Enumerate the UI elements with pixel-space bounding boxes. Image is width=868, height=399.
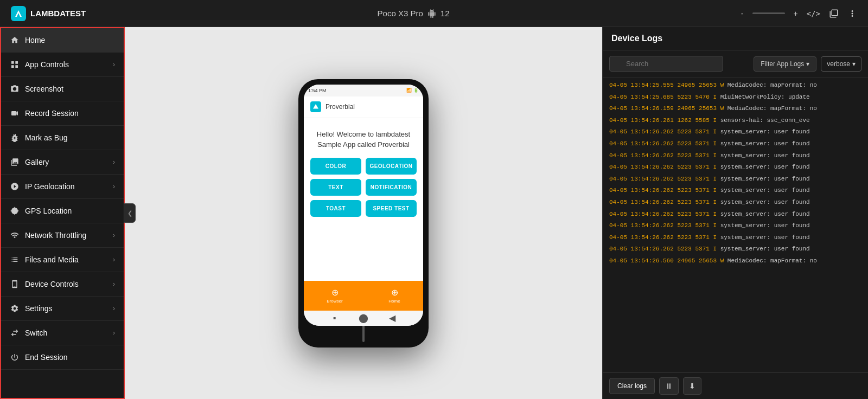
log-message: MediaCodec: mapFormat: no — [724, 258, 817, 264]
sidebar-item-left-switch: Switch — [10, 328, 47, 338]
logs-footer: Clear logs ⏸ ⬇ — [603, 372, 868, 399]
nav-square-button[interactable]: ▪ — [330, 314, 339, 323]
log-timestamp: 04-05 13:54:25.685 5223 5470 I — [609, 94, 717, 100]
log-timestamp: 04-05 13:54:26.262 5223 5371 I — [609, 211, 717, 217]
log-entry: 04-05 13:54:25.555 24965 25653 W MediaCo… — [603, 80, 868, 92]
phone-tab-browser[interactable]: ⊕Browser — [327, 287, 342, 304]
phone-cable — [362, 326, 365, 342]
device-name: Poco X3 Pro — [378, 9, 423, 18]
record-icon — [10, 108, 20, 118]
sidebar-label-settings: Settings — [25, 304, 53, 313]
sidebar-item-device-controls[interactable]: Device Controls › — [1, 272, 124, 297]
sidebar-item-screenshot[interactable]: Screenshot — [1, 77, 124, 101]
screenshot-button[interactable] — [829, 9, 839, 18]
filter-chevron-icon: ▾ — [806, 60, 809, 68]
phone-time: 1:54 PM — [308, 88, 327, 93]
sidebar-item-ip-geolocation[interactable]: IP Geolocation › — [1, 175, 124, 199]
sidebar-item-settings[interactable]: Settings › — [1, 297, 124, 321]
sidebar-item-app-controls[interactable]: App Controls › — [1, 53, 124, 77]
phone-button-toast[interactable]: TOAST — [310, 200, 361, 217]
phone-button-notification[interactable]: NOTIFICATION — [366, 179, 417, 196]
filter-label: Filter App Logs — [761, 60, 804, 68]
pause-logs-button[interactable]: ⏸ — [659, 377, 679, 395]
log-message: MediaCodec: mapFormat: no — [724, 82, 817, 88]
sidebar-collapse-button[interactable]: ❮ — [124, 203, 136, 223]
log-entry: 04-05 13:54:26.262 5223 5371 I system_se… — [603, 138, 868, 150]
clear-logs-button[interactable]: Clear logs — [609, 378, 655, 394]
log-entry: 04-05 13:54:26.262 5223 5371 I system_se… — [603, 162, 868, 173]
phone-button-text[interactable]: TEXT — [310, 179, 361, 196]
logs-content: 04-05 13:54:25.555 24965 25653 W MediaCo… — [603, 78, 868, 372]
sidebar-item-gps-location[interactable]: GPS Location — [1, 199, 124, 223]
sidebar-item-network-throttling[interactable]: Network Throttling › — [1, 223, 124, 248]
logs-title: Device Logs — [603, 27, 868, 50]
phone-button-color[interactable]: COLOR — [310, 158, 361, 175]
zoom-minus-button[interactable]: - — [741, 9, 744, 18]
log-message: system_server: user found — [717, 140, 810, 147]
log-entry: 04-05 13:54:26.159 24965 25653 W MediaCo… — [603, 103, 868, 115]
sidebar-item-end-session[interactable]: End Session — [1, 345, 124, 370]
log-timestamp: 04-05 13:54:26.262 5223 5371 I — [609, 140, 717, 147]
download-logs-button[interactable]: ⬇ — [683, 377, 701, 395]
device-area: 1:54 PM 📶🔋 Proverbial — [125, 27, 602, 399]
log-entry: 04-05 13:54:26.262 5223 5371 I system_se… — [603, 126, 868, 138]
logs-search-input[interactable] — [609, 56, 723, 72]
android-icon — [427, 9, 436, 18]
screenshot-topbar-icon — [829, 9, 839, 18]
sidebar-item-record-session[interactable]: Record Session — [1, 101, 124, 126]
settings-icon — [10, 304, 20, 313]
phone-button-speed test[interactable]: SPEED TEST — [366, 200, 417, 217]
log-message: system_server: user found — [717, 187, 810, 194]
phone-buttons-grid: COLORGEOLOCATIONTEXTNOTIFICATIONTOASTSPE… — [310, 158, 417, 217]
log-entry: 04-05 13:54:26.262 5223 5371 I system_se… — [603, 197, 868, 209]
pause-icon: ⏸ — [665, 382, 673, 390]
bug-icon — [10, 133, 20, 143]
sidebar-label-app-controls: App Controls — [25, 60, 69, 69]
log-timestamp: 04-05 13:54:26.560 24965 25653 W — [609, 258, 724, 264]
filter-app-logs-button[interactable]: Filter App Logs ▾ — [754, 56, 816, 72]
sidebar-item-left-settings: Settings — [10, 304, 53, 313]
verbose-button[interactable]: verbose ▾ — [821, 56, 861, 72]
sidebar-item-gallery[interactable]: Gallery › — [1, 150, 124, 175]
sidebar-arrow-app-controls: › — [113, 61, 115, 68]
phone-screen[interactable]: 1:54 PM 📶🔋 Proverbial — [304, 85, 423, 326]
sidebar-item-mark-as-bug[interactable]: Mark as Bug — [1, 126, 124, 150]
log-timestamp: 04-05 13:54:26.262 5223 5371 I — [609, 246, 717, 252]
code-button[interactable]: </> — [807, 9, 820, 18]
sidebar-label-end-session: End Session — [25, 353, 68, 362]
logs-panel: Device Logs 🔍 Filter App Logs ▾ verbose … — [602, 27, 868, 399]
sidebar-item-left-network-throttling: Network Throttling — [10, 230, 86, 240]
sidebar-label-screenshot: Screenshot — [25, 85, 63, 93]
phone-nav-bar: ▪ ⬤ ◀ — [304, 311, 423, 326]
home-icon — [10, 35, 20, 45]
phone-button-geolocation[interactable]: GEOLOCATION — [366, 158, 417, 175]
log-entry: 04-05 13:54:26.262 5223 5371 I system_se… — [603, 232, 868, 244]
sidebar-item-left-app-controls: App Controls — [10, 60, 69, 69]
nav-circle-button[interactable]: ⬤ — [359, 314, 368, 323]
phone-app-bar: Proverbial — [304, 96, 423, 118]
nav-back-button[interactable]: ◀ — [388, 314, 397, 323]
log-message: system_server: user found — [717, 152, 810, 159]
zoom-slider[interactable] — [752, 12, 785, 14]
log-timestamp: 04-05 13:54:26.262 5223 5371 I — [609, 222, 717, 229]
log-timestamp: 04-05 13:54:26.262 5223 5371 I — [609, 164, 717, 170]
log-entry: 04-05 13:54:26.262 5223 5371 I system_se… — [603, 173, 868, 185]
network-icon — [10, 230, 20, 240]
topbar-logo: LAMBDATEST — [11, 6, 86, 21]
sidebar-label-gallery: Gallery — [25, 158, 49, 166]
log-message: sensors-hal: ssc_conn_eve — [717, 117, 810, 124]
phone-tab-home[interactable]: ⊕Home — [388, 287, 400, 304]
sidebar-item-switch[interactable]: Switch › — [1, 321, 124, 345]
sidebar-item-home[interactable]: Home — [1, 28, 124, 53]
log-message: MediaCodec: mapFormat: no — [724, 105, 817, 112]
log-entry: 04-05 13:54:26.262 5223 5371 I system_se… — [603, 243, 868, 255]
log-timestamp: 04-05 13:54:26.261 1262 5585 I — [609, 117, 717, 124]
zoom-plus-button[interactable]: + — [794, 9, 798, 18]
phone-status-bar: 1:54 PM 📶🔋 — [304, 85, 423, 96]
sidebar-label-ip-geolocation: IP Geolocation — [25, 182, 75, 191]
sidebar-item-files-and-media[interactable]: Files and Media › — [1, 248, 124, 272]
sidebar-arrow-settings: › — [113, 305, 115, 312]
power-icon — [10, 352, 20, 362]
grid-icon — [10, 60, 20, 69]
more-button[interactable] — [847, 9, 857, 18]
